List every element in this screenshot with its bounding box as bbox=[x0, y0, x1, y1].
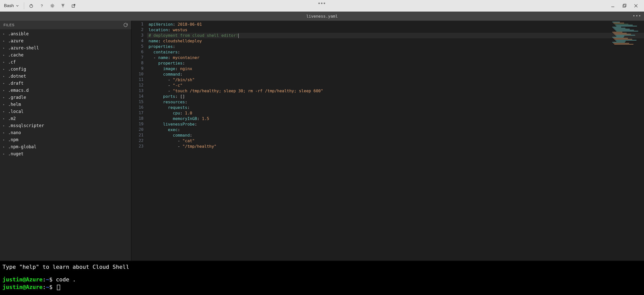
restart-button[interactable] bbox=[28, 2, 35, 9]
chevron-right-icon: ▸ bbox=[3, 152, 6, 156]
chevron-right-icon: ▸ bbox=[3, 32, 6, 36]
code-line[interactable]: - "/bin/sh" bbox=[147, 77, 644, 83]
tree-folder[interactable]: ▸.azure-shell bbox=[0, 44, 131, 51]
svg-line-11 bbox=[53, 4, 54, 5]
upload-icon bbox=[61, 4, 65, 8]
tree-folder[interactable]: ▸.config bbox=[0, 66, 131, 73]
tree-folder[interactable]: ▸.npm bbox=[0, 136, 131, 143]
tree-folder-label: .cf bbox=[8, 60, 16, 65]
tree-folder[interactable]: ▸.nuget bbox=[0, 150, 131, 157]
chevron-right-icon: ▸ bbox=[3, 68, 6, 71]
tree-folder[interactable]: ▸.local bbox=[0, 108, 131, 115]
refresh-icon bbox=[124, 23, 128, 27]
tree-folder-label: .config bbox=[8, 67, 26, 72]
tree-folder-label: .dotnet bbox=[8, 74, 26, 79]
minimize-button[interactable] bbox=[609, 2, 616, 9]
chevron-right-icon: ▸ bbox=[3, 110, 6, 113]
open-external-icon bbox=[71, 4, 76, 8]
chevron-right-icon: ▸ bbox=[3, 96, 6, 99]
settings-button[interactable] bbox=[49, 2, 56, 9]
tree-folder-label: .gradle bbox=[8, 95, 26, 100]
code-line[interactable]: exec: bbox=[147, 127, 644, 133]
terminal-spacer bbox=[3, 271, 641, 276]
editor-area: FILES ▸.ansible▸.azure▸.azure-shell▸.cac… bbox=[0, 21, 644, 261]
chevron-right-icon: ▸ bbox=[3, 145, 6, 149]
chevron-right-icon: ▸ bbox=[3, 103, 6, 106]
code-line[interactable]: resources: bbox=[147, 99, 644, 105]
chevron-right-icon: ▸ bbox=[3, 138, 6, 141]
code-line[interactable]: name: cloudshelldeploy bbox=[147, 38, 644, 44]
chevron-right-icon: ▸ bbox=[3, 89, 6, 92]
tree-folder-label: .helm bbox=[8, 102, 21, 107]
tree-folder[interactable]: ▸.azure bbox=[0, 37, 131, 44]
code-line[interactable]: - "cat" bbox=[147, 138, 644, 144]
tree-folder-label: .m2 bbox=[8, 116, 16, 121]
tree-folder[interactable]: ▸.emacs.d bbox=[0, 87, 131, 94]
code-line[interactable]: properties: bbox=[147, 61, 644, 66]
tree-folder-label: .mssqlscripter bbox=[8, 123, 44, 128]
tree-folder[interactable]: ▸.mssqlscripter bbox=[0, 122, 131, 129]
maximize-button[interactable] bbox=[621, 2, 628, 9]
code-line[interactable]: - "/tmp/healthy" bbox=[147, 144, 644, 149]
close-button[interactable] bbox=[632, 2, 639, 9]
file-tree[interactable]: ▸.ansible▸.azure▸.azure-shell▸.cache▸.cf… bbox=[0, 29, 131, 261]
tree-folder[interactable]: ▸.draft bbox=[0, 80, 131, 87]
svg-line-9 bbox=[53, 7, 54, 7]
open-new-button[interactable] bbox=[70, 2, 77, 9]
terminal[interactable]: Type "help" to learn about Cloud Shell j… bbox=[0, 261, 644, 295]
code-line[interactable]: command: bbox=[147, 133, 644, 138]
svg-rect-18 bbox=[624, 4, 626, 7]
code-editor[interactable]: 1234567891011121314151617181920212223 ap… bbox=[131, 21, 644, 261]
chevron-right-icon: ▸ bbox=[3, 117, 6, 120]
tree-folder-label: .draft bbox=[8, 81, 23, 86]
svg-rect-17 bbox=[623, 5, 625, 7]
code-line[interactable]: command: bbox=[147, 72, 644, 77]
tree-folder[interactable]: ▸.gradle bbox=[0, 94, 131, 101]
code-line[interactable]: # deployment from cloud shell editor! bbox=[147, 33, 644, 38]
power-icon bbox=[29, 4, 33, 8]
gear-icon bbox=[50, 4, 55, 8]
svg-text:?: ? bbox=[41, 4, 43, 8]
code-line[interactable]: requests: bbox=[147, 105, 644, 110]
refresh-button[interactable] bbox=[124, 23, 128, 27]
code-line[interactable]: properties: bbox=[147, 44, 644, 49]
code-line[interactable]: - "-c" bbox=[147, 83, 644, 88]
svg-line-10 bbox=[51, 7, 51, 7]
shell-selector[interactable]: Bash bbox=[3, 2, 20, 9]
code-line[interactable]: ports: [] bbox=[147, 94, 644, 99]
cloud-shell-toolbar: ●●● Bash ? bbox=[0, 0, 644, 12]
editor-more-menu[interactable]: ••• bbox=[633, 14, 641, 18]
help-button[interactable]: ? bbox=[38, 2, 45, 9]
tree-folder[interactable]: ▸.ansible bbox=[0, 30, 131, 37]
tree-folder[interactable]: ▸.m2 bbox=[0, 115, 131, 122]
close-icon bbox=[634, 4, 638, 8]
code-line[interactable]: livenessProbe: bbox=[147, 122, 644, 127]
toolbar-separator bbox=[24, 2, 24, 9]
code-line[interactable]: cpu: 1.0 bbox=[147, 110, 644, 116]
tree-folder[interactable]: ▸.cf bbox=[0, 58, 131, 66]
code-line[interactable]: memoryInGB: 1.5 bbox=[147, 116, 644, 122]
svg-line-15 bbox=[74, 4, 75, 6]
code-line[interactable]: - "touch /tmp/healthy; sleep 30; rm -rf … bbox=[147, 88, 644, 94]
code-line[interactable]: image: nginx bbox=[147, 66, 644, 72]
code-line[interactable]: apiVersion: 2018-06-01 bbox=[147, 22, 644, 27]
tree-folder-label: .local bbox=[8, 109, 23, 114]
tree-folder[interactable]: ▸.helm bbox=[0, 101, 131, 108]
tree-folder[interactable]: ▸.npm-global bbox=[0, 143, 131, 150]
terminal-line: justin@Azure:~$ code . bbox=[3, 276, 641, 283]
tree-folder[interactable]: ▸.nano bbox=[0, 129, 131, 136]
upload-button[interactable] bbox=[59, 2, 66, 9]
code-line[interactable]: location: westus bbox=[147, 27, 644, 33]
line-number-gutter: 1234567891011121314151617181920212223 bbox=[131, 21, 147, 261]
code-content[interactable]: apiVersion: 2018-06-01location: westus# … bbox=[147, 21, 644, 261]
code-line[interactable]: containers: bbox=[147, 49, 644, 55]
tree-folder-label: .npm-global bbox=[8, 144, 37, 149]
file-explorer-title: FILES bbox=[4, 23, 15, 27]
chevron-right-icon: ▸ bbox=[3, 46, 6, 50]
active-tab-filename: liveness.yaml bbox=[306, 14, 338, 19]
question-icon: ? bbox=[40, 4, 44, 8]
tree-folder[interactable]: ▸.cache bbox=[0, 51, 131, 58]
file-explorer-header: FILES bbox=[0, 21, 131, 29]
code-line[interactable]: - name: mycontainer bbox=[147, 55, 644, 61]
tree-folder[interactable]: ▸.dotnet bbox=[0, 73, 131, 80]
